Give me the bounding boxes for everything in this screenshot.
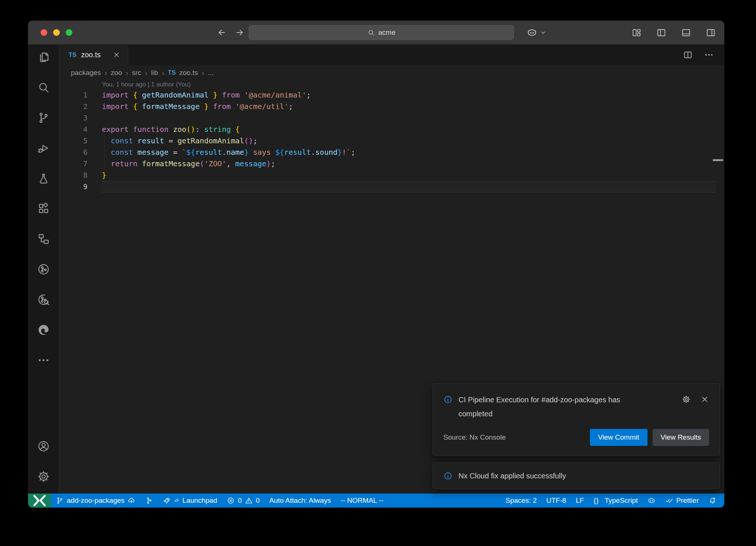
rocket-icon (163, 496, 171, 505)
breadcrumb-item-packages[interactable]: packages (71, 69, 101, 77)
more-actions-icon[interactable] (704, 50, 714, 60)
vim-mode-item[interactable]: -- NORMAL -- (336, 494, 388, 508)
tab-zoo-ts[interactable]: TS zoo.ts (59, 44, 128, 65)
minimize-window-button[interactable] (53, 29, 60, 36)
forward-icon[interactable] (235, 28, 244, 37)
activity-edge-browser-button[interactable] (33, 320, 54, 340)
toggle-secondary-sidebar-icon[interactable] (705, 27, 716, 38)
code-line[interactable]: 1import { getRandomAnimal } from '@acme/… (59, 89, 724, 101)
prettier-item[interactable]: Prettier (660, 494, 704, 508)
notification-settings-icon[interactable] (682, 395, 691, 404)
notification-close-icon[interactable] (700, 395, 709, 404)
breadcrumb-item-lib[interactable]: lib (151, 69, 158, 77)
line-content: import { getRandomAnimal } from '@acme/a… (102, 89, 311, 101)
ellipsis-icon (37, 354, 50, 367)
indent-guide (104, 135, 104, 170)
activity-source-control-button[interactable] (33, 108, 54, 128)
line-number: 5 (59, 135, 102, 147)
auto-attach-item[interactable]: Auto Attach: Always (265, 494, 336, 508)
problems-item[interactable]: 00 (222, 494, 264, 508)
extensions-icon (37, 202, 50, 215)
line-content: return formatMessage('ZOO', message); (102, 158, 275, 170)
braces-icon: {} (594, 496, 602, 505)
activity-more-button[interactable] (33, 350, 54, 371)
close-tab-icon[interactable] (113, 51, 120, 59)
blame-annotation: You, 1 hour ago | 1 author (You) (59, 80, 724, 89)
current-line-highlight (102, 181, 716, 192)
toggle-sidebar-icon[interactable] (656, 27, 667, 38)
indentation-item[interactable]: Spaces: 2 (501, 494, 542, 508)
editor-actions (683, 44, 724, 65)
back-icon[interactable] (217, 28, 227, 37)
code-line[interactable]: 4export function zoo(): string { (59, 124, 724, 135)
status-bar: add-zoo-packagesLaunchpad00Auto Attach: … (28, 494, 724, 508)
nx-cloud-icon (37, 293, 50, 306)
code-line[interactable]: 6 const message = `${result.name} says $… (59, 147, 724, 158)
copilot-status-item[interactable] (643, 494, 660, 508)
titlebar: acme (28, 21, 724, 44)
close-window-button[interactable] (41, 29, 47, 36)
breadcrumb-item-src[interactable]: src (132, 69, 141, 77)
ts-file-icon: TS (69, 52, 76, 58)
tab-label: zoo.ts (81, 51, 100, 59)
activity-nx-cloud-button[interactable] (33, 289, 54, 310)
line-number: 3 (59, 112, 102, 124)
branch-graph-icon (145, 496, 153, 505)
copilot-icon (647, 496, 656, 505)
breadcrumb-item-zoo-ts[interactable]: TSzoo.ts (168, 69, 198, 77)
search-value: acme (378, 28, 395, 37)
view-commit-button[interactable]: View Commit (590, 429, 647, 446)
notification-message: CI Pipeline Execution for #add-zoo-packa… (458, 393, 643, 421)
breadcrumb-separator: › (162, 69, 164, 77)
encoding-item[interactable]: UTF-8 (542, 494, 571, 508)
command-center-search[interactable]: acme (249, 25, 514, 40)
gear-icon (37, 470, 50, 483)
history-nav (217, 21, 244, 44)
language-item[interactable]: {}TypeScript (589, 494, 643, 508)
breadcrumb-item--[interactable]: ... (208, 69, 214, 77)
error-icon (227, 496, 235, 505)
customize-layout-icon[interactable] (631, 27, 642, 38)
activity-run-debug-button[interactable] (33, 138, 54, 158)
copilot-menu[interactable] (526, 21, 546, 44)
double-check-icon (665, 496, 673, 505)
notifications-bell-item[interactable] (704, 494, 721, 508)
info-icon (443, 471, 453, 481)
account-icon (37, 440, 50, 453)
activity-extensions-button[interactable] (33, 198, 54, 219)
code-line[interactable]: 7 return formatMessage('ZOO', message); (59, 158, 724, 170)
rocket-small-icon (174, 498, 179, 504)
status-text: 0 (256, 496, 260, 505)
code-line[interactable]: 5 const result = getRandomAnimal(); (59, 135, 724, 147)
activity-explorer-button[interactable] (33, 47, 54, 68)
status-text: -- NORMAL -- (340, 496, 383, 505)
zoom-window-button[interactable] (66, 29, 72, 36)
status-text: Spaces: 2 (505, 496, 537, 505)
breadcrumb-item-zoo[interactable]: zoo (111, 69, 122, 77)
split-editor-icon[interactable] (683, 50, 693, 60)
eol-item[interactable]: LF (571, 494, 589, 508)
run-debug-icon (37, 141, 50, 155)
activity-custom-view-button[interactable] (33, 229, 54, 249)
activity-testing-button[interactable] (33, 168, 54, 189)
code-line[interactable]: 8} (59, 170, 724, 181)
view-results-button[interactable]: View Results (653, 429, 709, 446)
git-branch-item[interactable]: add-zoo-packages (51, 494, 140, 508)
cloud-upload-icon (127, 496, 135, 505)
toggle-panel-icon[interactable] (681, 27, 691, 38)
breadcrumb-separator: › (202, 69, 204, 77)
activity-settings-button[interactable] (33, 466, 54, 487)
activity-search-button[interactable] (33, 77, 54, 98)
launchpad-item[interactable]: Launchpad (158, 494, 222, 508)
remote-indicator[interactable] (28, 494, 51, 508)
line-content: } (102, 170, 106, 181)
notification-source: Source: Nx Console (443, 433, 506, 441)
nx-graph-item[interactable] (140, 494, 158, 508)
status-text: LF (576, 496, 584, 505)
bell-dot-icon (708, 496, 717, 505)
activity-accounts-button[interactable] (33, 436, 54, 457)
activity-nx-console-button[interactable] (33, 259, 54, 280)
code-line[interactable]: 2import { formatMessage } from '@acme/ut… (59, 101, 724, 112)
breadcrumb-separator: › (126, 69, 128, 77)
code-line[interactable]: 3 (59, 112, 724, 124)
